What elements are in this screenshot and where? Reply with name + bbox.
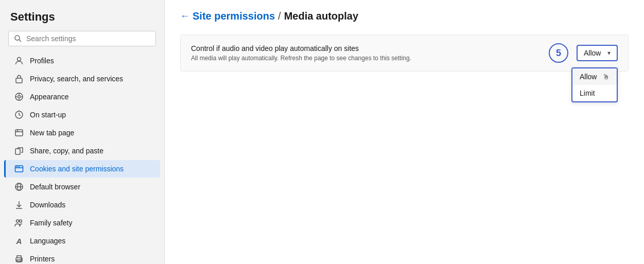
sidebar-item-share-label: Share, copy, and paste (30, 147, 103, 155)
setting-description: All media will play automatically. Refre… (191, 55, 411, 62)
sidebar-item-default-browser-label: Default browser (30, 183, 80, 191)
dropdown-option-allow-label: Allow (580, 73, 597, 81)
svg-rect-3 (16, 78, 22, 83)
dropdown-option-limit-label: Limit (580, 89, 595, 97)
sidebar-title: Settings (0, 6, 164, 31)
sidebar-item-cookies-label: Cookies and site permissions (30, 165, 124, 173)
breadcrumb: ← Site permissions / Media autoplay (180, 10, 629, 22)
sidebar-item-printers[interactable]: Printers (4, 250, 160, 264)
dropdown-selected-value: Allow (584, 49, 601, 57)
svg-point-26 (20, 220, 22, 222)
newtab-icon (14, 128, 24, 137)
sidebar-item-appearance-label: Appearance (30, 93, 69, 101)
svg-point-0 (15, 36, 20, 40)
breadcrumb-separator: / (278, 10, 281, 22)
appearance-icon (14, 92, 24, 101)
sidebar-item-appearance[interactable]: Appearance (4, 88, 160, 105)
sidebar: Settings Profiles (0, 0, 165, 264)
search-input[interactable] (26, 34, 150, 43)
breadcrumb-current: Media autoplay (284, 10, 358, 22)
family-icon (14, 218, 24, 227)
startup-icon (14, 110, 24, 119)
dropdown-container: Allow ▾ Allow 🖱 Limit (577, 45, 618, 61)
svg-rect-28 (17, 260, 21, 262)
back-button[interactable]: ← (180, 11, 189, 22)
sidebar-item-languages[interactable]: A Languages (4, 232, 160, 250)
setting-card: Control if audio and video play automati… (180, 34, 629, 72)
sidebar-item-newtab-label: New tab page (30, 129, 74, 137)
cursor-icon: 🖱 (602, 73, 610, 81)
sidebar-nav: Profiles Privacy, search, and services (0, 51, 164, 264)
sidebar-item-privacy[interactable]: Privacy, search, and services (4, 70, 160, 87)
sidebar-item-default-browser[interactable]: Default browser (4, 178, 160, 196)
downloads-icon (14, 200, 24, 209)
svg-point-2 (18, 58, 21, 61)
sidebar-item-downloads-label: Downloads (30, 201, 65, 209)
setting-title: Control if audio and video play automati… (191, 44, 411, 52)
cookies-icon (14, 164, 24, 173)
dropdown-option-limit[interactable]: Limit (572, 85, 617, 101)
sidebar-item-startup-label: On start-up (30, 111, 66, 119)
dropdown-option-allow[interactable]: Allow 🖱 (572, 68, 617, 85)
sidebar-item-privacy-label: Privacy, search, and services (30, 75, 123, 83)
sidebar-item-newtab[interactable]: New tab page (4, 124, 160, 142)
profiles-icon (14, 56, 24, 65)
dropdown-menu: Allow 🖱 Limit (571, 67, 618, 102)
svg-point-29 (21, 259, 22, 259)
allow-dropdown-button[interactable]: Allow ▾ (577, 45, 618, 61)
svg-point-25 (16, 220, 19, 222)
share-icon (14, 146, 24, 155)
sidebar-item-family[interactable]: Family safety (4, 214, 160, 232)
search-icon (14, 34, 22, 43)
privacy-icon (14, 74, 24, 83)
printers-icon (14, 254, 24, 263)
sidebar-item-downloads[interactable]: Downloads (4, 196, 160, 214)
step-badge: 5 (549, 43, 568, 63)
dropdown-arrow-icon: ▾ (607, 49, 611, 57)
svg-rect-12 (15, 130, 23, 136)
sidebar-item-cookies[interactable]: Cookies and site permissions (4, 160, 160, 178)
main-content: ← Site permissions / Media autoplay Cont… (165, 0, 644, 264)
sidebar-item-startup[interactable]: On start-up (4, 106, 160, 124)
breadcrumb-parent[interactable]: Site permissions (193, 10, 275, 22)
svg-line-1 (19, 40, 21, 42)
svg-point-5 (18, 96, 21, 98)
sidebar-item-profiles-label: Profiles (30, 57, 54, 65)
default-browser-icon (14, 182, 24, 191)
sidebar-item-languages-label: Languages (30, 237, 65, 245)
sidebar-item-share[interactable]: Share, copy, and paste (4, 142, 160, 160)
languages-icon: A (14, 236, 24, 245)
sidebar-item-family-label: Family safety (30, 219, 72, 227)
sidebar-item-printers-label: Printers (30, 255, 55, 263)
setting-card-right: 5 Allow ▾ Allow 🖱 Limit (549, 43, 618, 63)
search-box[interactable] (8, 31, 156, 46)
sidebar-item-profiles[interactable]: Profiles (4, 52, 160, 69)
svg-rect-15 (15, 149, 20, 154)
setting-card-text: Control if audio and video play automati… (191, 44, 411, 62)
